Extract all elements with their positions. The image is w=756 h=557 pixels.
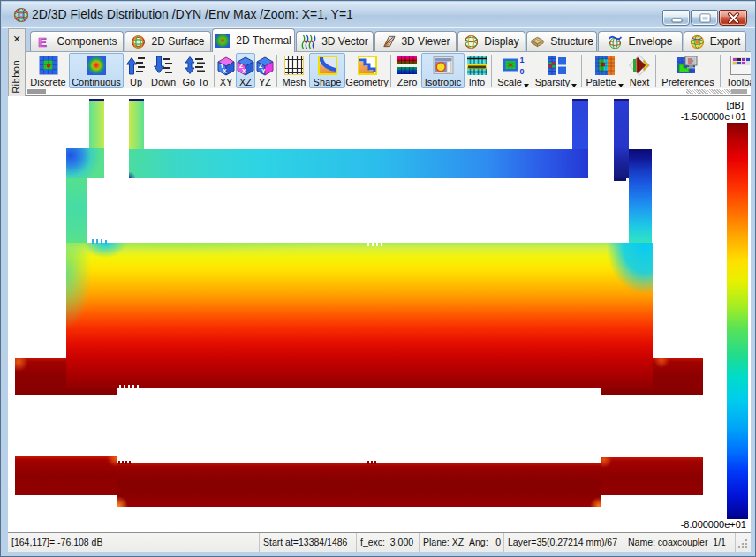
mesh-icon: [284, 54, 304, 77]
shape-icon: [318, 54, 337, 77]
svg-text:Y: Y: [261, 68, 266, 74]
next-button[interactable]: Next: [625, 53, 654, 88]
toolbar-button-label: Info: [469, 77, 485, 87]
ribbon-close-icon[interactable]: ✕: [9, 33, 25, 45]
svg-text:0: 0: [519, 67, 524, 76]
xz-button[interactable]: ZXXZ: [236, 53, 255, 88]
toolbar-button-text: Preferences: [662, 77, 714, 87]
yz-button[interactable]: ZYYZ: [255, 53, 275, 88]
toolbar-button-text: Up: [130, 77, 142, 87]
continuous-button[interactable]: Continuous: [69, 53, 124, 88]
app-icon: [13, 7, 29, 23]
status-pane-5: Layer=35(0.27214 mm)/67: [504, 533, 624, 552]
toolbar-button-text: Mesh: [283, 77, 306, 87]
field-stub1: [89, 101, 104, 149]
toolbar-button-label: Next: [630, 77, 650, 87]
field-corner-left: [66, 148, 104, 178]
tab-label: Export: [710, 35, 741, 48]
export-icon: [690, 34, 705, 49]
maximize-button[interactable]: [691, 10, 718, 26]
go-to-button[interactable]: Go To: [178, 53, 212, 88]
tab-2d-thermal[interactable]: 2D Thermal: [212, 28, 295, 52]
xy-button[interactable]: YXXY: [216, 53, 236, 88]
up-button[interactable]: Up: [124, 53, 148, 88]
toolbar: DiscreteContinuousUpDownGo ToYXXYZXXZZYY…: [26, 51, 751, 88]
toolbar-button-label: Shape: [314, 77, 342, 87]
sparsity-button[interactable]: Sparsity: [533, 53, 579, 88]
dropdown-arrow-icon: [618, 84, 624, 87]
structure-icon: [530, 34, 545, 49]
up-icon: [125, 54, 147, 77]
toolbar-button-label: Mesh: [283, 77, 306, 87]
toolbar-button-text: Sparsity: [535, 77, 571, 87]
field-mesh-tick: [92, 239, 94, 244]
tab-3d-vector[interactable]: 3D Vector: [296, 31, 374, 51]
cube-xy-icon: YX: [215, 54, 237, 77]
tab-structure[interactable]: Structure: [526, 31, 597, 51]
tab-display[interactable]: Display: [457, 31, 525, 51]
field-top-bar: [129, 149, 588, 178]
ribbon-label: Ribbon: [11, 60, 23, 94]
toolbar-separator: [655, 55, 656, 87]
resize-grip[interactable]: [736, 533, 751, 552]
toolbar-button-label: Continuous: [72, 77, 121, 87]
components-icon: E: [36, 34, 51, 49]
colorbar-min-label: -8.000000e+01: [681, 519, 746, 530]
minimize-button[interactable]: [662, 10, 690, 26]
toolbar-button-text: Geometry: [345, 77, 388, 87]
fields-distribution-window: 2D/3D Fields Distribution /DYN /Env Max …: [0, 0, 756, 557]
zero-button[interactable]: Zero: [393, 53, 421, 88]
toolba-button[interactable]: Toolba: [724, 53, 751, 88]
discrete-icon: [39, 54, 58, 77]
vector-icon: [301, 34, 316, 49]
discrete-button[interactable]: Discrete: [27, 53, 69, 88]
field-lower-bar: [117, 463, 601, 507]
toolbar-separator: [276, 55, 277, 87]
colorbar-gradient: [727, 123, 748, 519]
isotropic-button[interactable]: Isotropic: [421, 53, 465, 88]
toolbar-separator: [581, 55, 582, 87]
display-icon: [464, 34, 479, 49]
tab-label: Components: [57, 35, 117, 48]
status-pane-2: f_exc: 3.000: [357, 533, 420, 552]
field-display-canvas[interactable]: [dB]-1.500000e+01-8.000000e+01: [8, 96, 751, 533]
toolbar-button-text: Isotropic: [425, 77, 462, 87]
toolbar-button-text: Toolba: [726, 77, 751, 87]
toolbar-button-label: XZ: [239, 77, 252, 87]
down-button[interactable]: Down: [148, 53, 178, 88]
status-pane-4: Ang: 0: [465, 533, 504, 552]
geometry-button[interactable]: Geometry: [345, 53, 389, 88]
field-right-column: [629, 149, 652, 243]
colorbar-unit: [dB]: [726, 100, 744, 110]
toolbar-button-label: Zero: [397, 77, 418, 87]
info-button[interactable]: Info: [465, 53, 489, 88]
field-mesh-tick: [372, 243, 374, 246]
titlebar[interactable]: 2D/3D Fields Distribution /DYN /Env Max …: [2, 2, 756, 28]
toolbar-button-label: Isotropic: [425, 77, 462, 87]
field-mesh-tick: [132, 385, 134, 389]
scale-button[interactable]: 10Scale: [494, 53, 533, 88]
geometry-icon: [358, 54, 377, 77]
tab-2d-surface[interactable]: 2D Surface: [125, 31, 211, 51]
palette-button[interactable]: Palette: [584, 53, 625, 88]
toolbar-separator: [491, 55, 492, 87]
toolbar-separator: [214, 55, 215, 87]
tab-components[interactable]: EComponents: [30, 31, 124, 51]
scrollbar-thumb[interactable]: [27, 89, 46, 94]
toolbar-button-label: Palette: [586, 77, 623, 87]
close-button[interactable]: [719, 10, 747, 26]
thermal-icon: [215, 34, 231, 49]
tab-export[interactable]: Export: [684, 31, 746, 51]
tab-envelope[interactable]: Envelope: [598, 31, 683, 51]
preferences-button[interactable]: Preferences: [658, 53, 718, 88]
mesh-button[interactable]: Mesh: [279, 53, 309, 88]
isotropic-icon: [433, 54, 454, 77]
shape-button[interactable]: Shape: [309, 53, 345, 88]
window-title: 2D/3D Fields Distribution /DYN /Env Max …: [32, 7, 353, 21]
tab-label: 2D Surface: [151, 35, 204, 48]
field-top-bar-notch: [129, 172, 135, 178]
tab-3d-viewer[interactable]: 3D Viewer: [374, 31, 457, 51]
viewer-icon: [381, 34, 396, 49]
field-mesh-tick: [96, 239, 98, 244]
field-stub2: [129, 101, 144, 149]
